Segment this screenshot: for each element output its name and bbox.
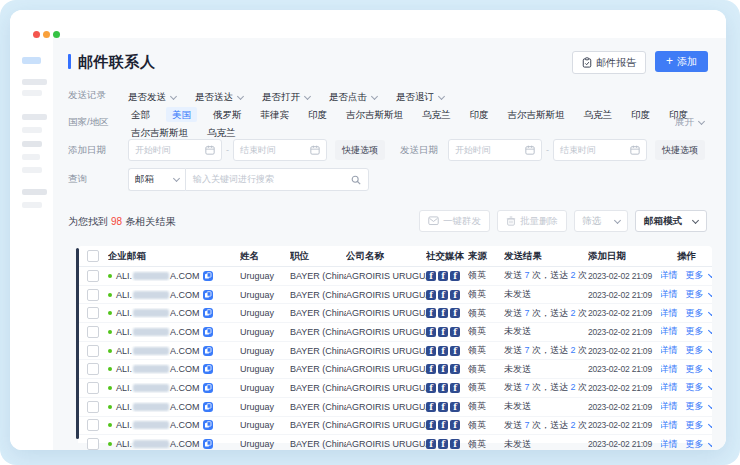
- row-checkbox[interactable]: [87, 345, 99, 357]
- maximize-window-icon[interactable]: [53, 31, 60, 38]
- facebook-icon[interactable]: f: [438, 327, 448, 337]
- copy-icon[interactable]: [203, 308, 213, 318]
- facebook-icon[interactable]: f: [426, 308, 436, 318]
- country-option[interactable]: 印度: [628, 107, 653, 122]
- row-checkbox[interactable]: [87, 363, 99, 375]
- facebook-icon[interactable]: f: [438, 290, 448, 300]
- filter-dropdown[interactable]: 是否打开: [262, 91, 310, 104]
- detail-link[interactable]: 详情: [661, 400, 678, 413]
- detail-link[interactable]: 详情: [661, 344, 678, 357]
- facebook-icon[interactable]: f: [426, 327, 436, 337]
- close-window-icon[interactable]: [33, 31, 40, 38]
- more-link[interactable]: 更多: [686, 269, 713, 282]
- copy-icon[interactable]: [203, 439, 213, 449]
- facebook-icon[interactable]: f: [426, 346, 436, 356]
- facebook-icon[interactable]: f: [450, 308, 460, 318]
- sidebar-item[interactable]: [22, 79, 47, 85]
- bulk-send-button[interactable]: 一键群发: [419, 210, 490, 232]
- add-date-start-input[interactable]: 开始时间: [128, 139, 222, 161]
- filter-dropdown[interactable]: 是否送达: [195, 91, 243, 104]
- bulk-delete-button[interactable]: 批量删除: [497, 210, 567, 232]
- facebook-icon[interactable]: f: [438, 420, 448, 430]
- sidebar-item[interactable]: [22, 141, 42, 147]
- row-checkbox[interactable]: [87, 401, 99, 413]
- facebook-icon[interactable]: f: [438, 383, 448, 393]
- facebook-icon[interactable]: f: [450, 420, 460, 430]
- country-option[interactable]: 吉尔吉斯斯坦: [128, 125, 191, 140]
- expand-toggle[interactable]: 展开: [675, 116, 704, 129]
- facebook-icon[interactable]: f: [450, 346, 460, 356]
- query-field-select[interactable]: 邮箱: [128, 168, 185, 191]
- detail-link[interactable]: 详情: [661, 307, 678, 320]
- filter-dropdown[interactable]: 是否发送: [128, 91, 176, 104]
- add-date-end-input[interactable]: 结束时间: [233, 139, 327, 161]
- row-checkbox[interactable]: [87, 326, 99, 338]
- facebook-icon[interactable]: f: [438, 364, 448, 374]
- more-link[interactable]: 更多: [686, 438, 713, 450]
- mode-select[interactable]: 邮箱模式: [635, 210, 707, 232]
- country-option[interactable]: 乌克兰: [581, 107, 616, 122]
- facebook-icon[interactable]: f: [450, 383, 460, 393]
- country-option[interactable]: 菲律宾: [258, 107, 293, 122]
- facebook-icon[interactable]: f: [426, 439, 436, 449]
- row-checkbox[interactable]: [87, 382, 99, 394]
- sidebar-item[interactable]: [22, 154, 40, 160]
- copy-icon[interactable]: [203, 364, 213, 374]
- send-date-quick-button[interactable]: 快捷选项: [655, 140, 705, 160]
- facebook-icon[interactable]: f: [426, 383, 436, 393]
- copy-icon[interactable]: [203, 327, 213, 337]
- facebook-icon[interactable]: f: [426, 402, 436, 412]
- more-link[interactable]: 更多: [686, 400, 713, 413]
- country-option[interactable]: 吉尔吉斯斯坦: [505, 107, 568, 122]
- filter-dropdown[interactable]: 是否点击: [329, 91, 377, 104]
- more-link[interactable]: 更多: [686, 288, 713, 301]
- country-option[interactable]: 美国: [166, 107, 197, 122]
- facebook-icon[interactable]: f: [438, 439, 448, 449]
- facebook-icon[interactable]: f: [450, 364, 460, 374]
- sidebar-item[interactable]: [22, 189, 47, 195]
- copy-icon[interactable]: [203, 402, 213, 412]
- detail-link[interactable]: 详情: [661, 363, 678, 376]
- filter-select[interactable]: 筛选: [574, 210, 628, 232]
- detail-link[interactable]: 详情: [661, 419, 678, 432]
- row-checkbox[interactable]: [87, 419, 99, 431]
- search-input[interactable]: 输入关键词进行搜索: [185, 168, 369, 191]
- filter-dropdown[interactable]: 是否退订: [396, 91, 444, 104]
- country-option[interactable]: 全部: [128, 107, 153, 122]
- copy-icon[interactable]: [203, 346, 213, 356]
- more-link[interactable]: 更多: [686, 344, 713, 357]
- facebook-icon[interactable]: f: [426, 271, 436, 281]
- more-link[interactable]: 更多: [686, 325, 713, 338]
- select-all-checkbox[interactable]: [87, 250, 99, 262]
- detail-link[interactable]: 详情: [661, 438, 678, 450]
- sidebar-item[interactable]: [22, 202, 42, 208]
- add-button[interactable]: + 添加: [655, 51, 708, 72]
- detail-link[interactable]: 详情: [661, 269, 678, 282]
- table-scrollbar[interactable]: [76, 248, 79, 439]
- email-report-button[interactable]: 邮件报告: [572, 51, 646, 74]
- facebook-icon[interactable]: f: [438, 402, 448, 412]
- sidebar-item[interactable]: [22, 90, 42, 96]
- country-option[interactable]: 印度: [467, 107, 492, 122]
- country-option[interactable]: 俄罗斯: [210, 107, 245, 122]
- row-checkbox[interactable]: [87, 289, 99, 301]
- send-date-end-input[interactable]: 结束时间: [553, 139, 647, 161]
- facebook-icon[interactable]: f: [450, 402, 460, 412]
- more-link[interactable]: 更多: [686, 419, 713, 432]
- more-link[interactable]: 更多: [686, 307, 713, 320]
- facebook-icon[interactable]: f: [426, 420, 436, 430]
- row-checkbox[interactable]: [87, 270, 99, 282]
- facebook-icon[interactable]: f: [450, 271, 460, 281]
- copy-icon[interactable]: [203, 290, 213, 300]
- facebook-icon[interactable]: f: [450, 290, 460, 300]
- facebook-icon[interactable]: f: [438, 271, 448, 281]
- facebook-icon[interactable]: f: [450, 327, 460, 337]
- country-option[interactable]: 乌克兰: [419, 107, 454, 122]
- facebook-icon[interactable]: f: [450, 439, 460, 449]
- more-link[interactable]: 更多: [686, 363, 713, 376]
- country-option[interactable]: 印度: [305, 107, 330, 122]
- row-checkbox[interactable]: [87, 438, 99, 450]
- country-option[interactable]: 乌克兰: [204, 125, 239, 140]
- facebook-icon[interactable]: f: [426, 290, 436, 300]
- facebook-icon[interactable]: f: [438, 308, 448, 318]
